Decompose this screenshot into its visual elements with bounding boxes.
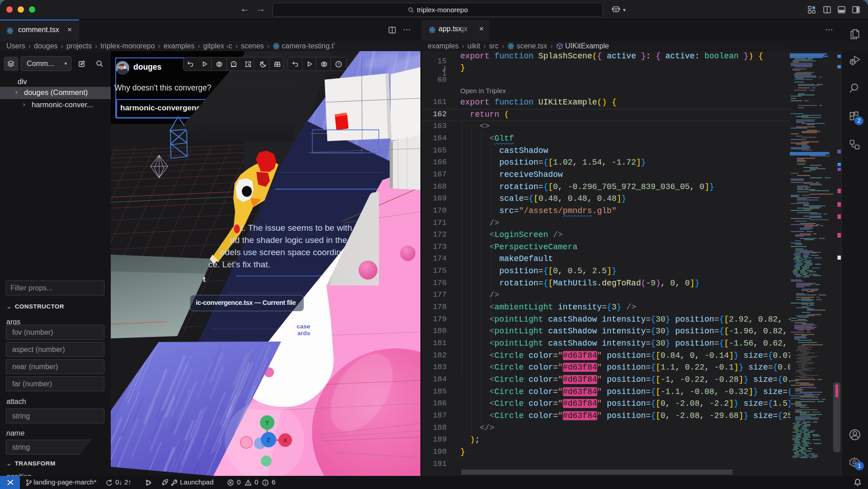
svg-text:?: ? [233,62,235,66]
svg-text:?: ? [337,62,340,66]
svg-text:Z: Z [267,437,270,443]
svg-text:Y: Y [265,419,269,426]
svg-text:X: X [283,437,288,444]
